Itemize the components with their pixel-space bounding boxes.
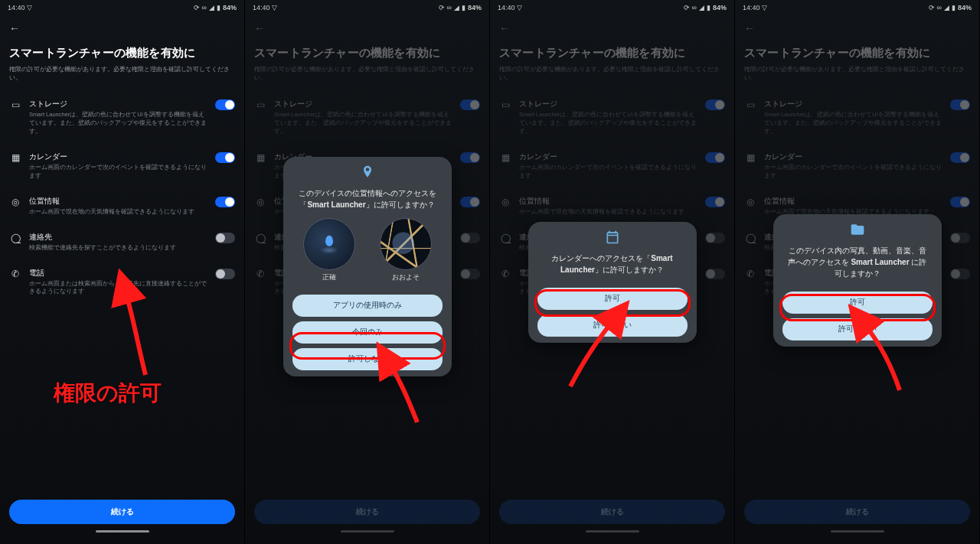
gesture-bar[interactable] [499,529,725,533]
perm-desc: Smart Launcherは、壁紙の色に合わせてUIを調整する機能を備えていま… [764,111,942,136]
calendar-icon: ▦ [499,151,511,163]
perm-title: 連絡先 [29,232,207,243]
perm-calendar-toggle[interactable] [215,152,235,163]
perm-storage-toggle[interactable] [215,99,235,110]
battery-icon: ▮ [217,4,220,11]
perm-location[interactable]: ◎ 位置情報 ホーム画面で現在地の天気情報を確認できるようになります [6,190,238,226]
perm-contacts[interactable]: ◯̲ 連絡先 検索機能で連絡先を探すことができるようになります [6,226,238,262]
shield-icon: ▽ [27,4,32,11]
perm-title: カレンダー [519,151,697,162]
calendar-permission-dialog: カレンダーへのアクセスを「Smart Launcher」に許可しますか？ 許可 … [528,222,697,343]
storage-permission-dialog: このデバイス内の写真、動画、音楽、音声へのアクセスを Smart Launche… [773,214,942,347]
perm-storage-toggle[interactable] [460,99,480,110]
sync-icon: ⟳ [439,4,445,11]
deny-button[interactable]: 許可しない [292,348,443,370]
page-subtitle: 権限の許可が必要な機能があります。必要な権限と理由を確認し許可してください。 [9,65,235,82]
continue-button[interactable]: 続ける [9,500,235,524]
person-icon: ◯̲ [9,232,21,243]
page-title: スマートランチャーの機能を有効に [254,46,480,60]
dialog-title-pre: カレンダーへのアクセスを「 [551,254,651,262]
perm-phone[interactable]: ✆ 電話 ホーム画面または検索画面から、連絡先に直接連絡することができるようにな… [6,262,238,306]
perm-title: 電話 [29,268,207,279]
continue-button[interactable]: 続ける [254,500,480,524]
back-button[interactable]: ← [254,22,265,34]
allow-button[interactable]: 許可 [782,292,933,314]
allow-once-button[interactable]: 今回のみ [292,321,443,344]
perm-calendar-toggle[interactable] [950,152,970,163]
perm-storage[interactable]: ▭ ストレージ Smart Launcherは、壁紙の色に合わせてUIを調整する… [6,93,238,145]
allow-while-using-button[interactable]: アプリの使用時のみ [292,295,443,317]
perm-location-toggle[interactable] [215,197,235,207]
sync-icon: ⟳ [929,4,935,11]
perm-location-toggle[interactable] [705,197,725,207]
back-button[interactable]: ← [499,22,510,34]
perm-storage-toggle[interactable] [705,99,725,110]
perm-contacts-toggle[interactable] [215,233,235,243]
screen-2-location-dialog: 14:40 ▽ ⟳∞◢▮84% ← スマートランチャーの機能を有効に 権限の許可… [245,0,490,544]
perm-storage-toggle[interactable] [950,99,970,110]
perm-desc: ホーム画面のカレンダーで次のイベントを確認できるようになります [519,164,697,181]
location-pin-icon [283,165,452,183]
sync-icon: ⟳ [684,4,690,11]
screen-4-storage-dialog: 14:40 ▽ ⟳∞◢▮84% ← スマートランチャーの機能を有効に 権限の許可… [735,0,980,544]
signal-icon: ◢ [699,4,704,11]
allow-button[interactable]: 許可 [537,288,688,310]
perm-desc: Smart Launcherは、壁紙の色に合わせてUIを調整する機能を備えていま… [29,111,207,136]
battery-icon: ▮ [462,4,466,11]
calendar-icon: ▦ [254,151,266,163]
gesture-bar[interactable] [744,529,970,533]
perm-phone-toggle[interactable] [950,269,970,279]
perm-title: カレンダー [29,151,207,162]
status-bar: 14:40 ▽ ⟳∞◢▮84% [245,0,489,15]
deny-button[interactable]: 許可しない [537,314,688,337]
back-button[interactable]: ← [9,22,20,34]
perm-contacts-toggle[interactable] [950,233,970,243]
status-bar: 14:40 ▽ ⟳ ∞ ◢ ▮ 84% [0,0,244,15]
gesture-bar[interactable] [9,529,235,533]
perm-phone-toggle[interactable] [705,269,725,279]
person-icon: ◯̲ [254,232,266,243]
calendar-icon: ▦ [9,151,21,163]
perm-phone-toggle[interactable] [215,269,235,279]
perm-location-toggle[interactable] [460,197,480,207]
folder-dialog-icon [773,222,942,240]
back-button[interactable]: ← [744,22,755,34]
status-time: 14:40 [498,4,515,11]
continue-button[interactable]: 続ける [744,500,970,524]
perm-phone-toggle[interactable] [460,269,480,279]
wifi-icon: ∞ [447,4,452,11]
location-icon: ◎ [499,196,511,207]
dialog-app-name: Smart Launcher [851,258,909,266]
location-approx-option[interactable] [380,218,432,270]
perm-location-toggle[interactable] [950,197,970,207]
person-icon: ◯̲ [499,232,511,243]
shield-icon: ▽ [270,4,278,11]
page-subtitle: 権限の許可が必要な機能があります。必要な権限と理由を確認し許可してください。 [744,65,970,82]
deny-button[interactable]: 許可しない [782,318,933,340]
perm-title: ストレージ [29,99,207,109]
battery-percent: 84% [468,4,482,11]
battery-percent: 84% [958,4,972,11]
perm-calendar-toggle[interactable] [705,152,725,163]
perm-title: ストレージ [764,99,942,109]
perm-calendar[interactable]: ▦ カレンダー ホーム画面のカレンダーで次のイベントを確認できるようになります [6,145,238,190]
location-precise-option[interactable] [303,218,355,270]
shield-icon: ▽ [515,4,523,11]
wifi-icon: ∞ [937,4,942,11]
perm-contacts-toggle[interactable] [705,233,725,243]
dialog-title: カレンダーへのアクセスを「Smart Launcher」に許可しますか？ [528,248,697,283]
wifi-icon: ∞ [202,4,207,11]
gesture-bar[interactable] [254,529,480,533]
status-bar: 14:40 ▽ ⟳∞◢▮84% [490,0,734,15]
perm-contacts-toggle[interactable] [460,233,480,243]
page-title: スマートランチャーの機能を有効に [744,46,970,60]
dialog-title-post: 」に許可しますか？ [595,265,664,274]
perm-desc: ホーム画面で現在地の天気情報を確認できるようになります [29,208,207,217]
perm-title: ストレージ [274,99,452,109]
perm-calendar-toggle[interactable] [460,152,480,163]
perm-desc: ホーム画面のカレンダーで次のイベントを確認できるようになります [29,164,207,181]
shield-icon: ▽ [760,4,768,11]
battery-percent: 84% [713,4,727,11]
continue-button[interactable]: 続ける [499,500,725,524]
folder-icon: ▭ [254,99,266,110]
